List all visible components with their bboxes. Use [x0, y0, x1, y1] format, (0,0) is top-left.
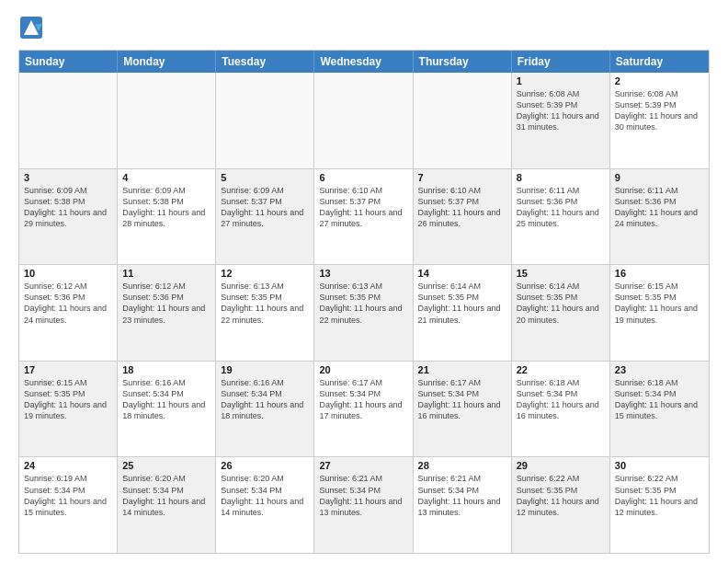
day-cell-14: 14Sunrise: 6:14 AM Sunset: 5:35 PM Dayli… — [414, 265, 512, 361]
calendar-header: SundayMondayTuesdayWednesdayThursdayFrid… — [19, 51, 709, 73]
day-number: 7 — [418, 172, 506, 183]
day-info: Sunrise: 6:18 AM Sunset: 5:34 PM Dayligh… — [517, 377, 605, 422]
day-number: 11 — [122, 268, 210, 279]
day-number: 6 — [319, 172, 407, 183]
day-cell-15: 15Sunrise: 6:14 AM Sunset: 5:35 PM Dayli… — [512, 265, 610, 361]
day-cell-13: 13Sunrise: 6:13 AM Sunset: 5:35 PM Dayli… — [314, 265, 413, 361]
empty-cell-0-3 — [314, 73, 413, 168]
day-number: 5 — [221, 172, 309, 183]
calendar-row-3: 10Sunrise: 6:12 AM Sunset: 5:36 PM Dayli… — [19, 265, 709, 362]
empty-cell-0-2 — [216, 73, 314, 168]
day-info: Sunrise: 6:17 AM Sunset: 5:34 PM Dayligh… — [319, 377, 407, 422]
day-number: 15 — [517, 268, 605, 279]
weekday-header-friday: Friday — [512, 51, 610, 73]
day-number: 26 — [221, 460, 309, 471]
day-cell-12: 12Sunrise: 6:13 AM Sunset: 5:35 PM Dayli… — [216, 265, 314, 361]
calendar-row-4: 17Sunrise: 6:15 AM Sunset: 5:35 PM Dayli… — [19, 362, 709, 458]
day-info: Sunrise: 6:22 AM Sunset: 5:35 PM Dayligh… — [615, 473, 704, 518]
day-number: 10 — [24, 268, 112, 279]
day-number: 20 — [319, 364, 407, 375]
day-number: 13 — [319, 268, 407, 279]
day-cell-3: 3Sunrise: 6:09 AM Sunset: 5:38 PM Daylig… — [19, 169, 118, 265]
day-info: Sunrise: 6:08 AM Sunset: 5:39 PM Dayligh… — [615, 88, 704, 133]
day-info: Sunrise: 6:13 AM Sunset: 5:35 PM Dayligh… — [221, 281, 309, 326]
calendar-row-5: 24Sunrise: 6:19 AM Sunset: 5:34 PM Dayli… — [19, 457, 709, 553]
day-info: Sunrise: 6:09 AM Sunset: 5:37 PM Dayligh… — [221, 185, 309, 230]
day-number: 9 — [615, 172, 704, 183]
day-info: Sunrise: 6:12 AM Sunset: 5:36 PM Dayligh… — [122, 281, 210, 326]
day-number: 28 — [418, 460, 506, 471]
day-info: Sunrise: 6:08 AM Sunset: 5:39 PM Dayligh… — [517, 88, 605, 133]
day-number: 4 — [122, 172, 210, 183]
empty-cell-0-0 — [19, 73, 118, 168]
day-number: 17 — [24, 364, 112, 375]
day-cell-19: 19Sunrise: 6:16 AM Sunset: 5:34 PM Dayli… — [216, 362, 314, 457]
day-info: Sunrise: 6:18 AM Sunset: 5:34 PM Dayligh… — [615, 377, 704, 422]
day-number: 12 — [221, 268, 309, 279]
day-cell-17: 17Sunrise: 6:15 AM Sunset: 5:35 PM Dayli… — [19, 362, 118, 457]
day-number: 27 — [319, 460, 407, 471]
day-number: 29 — [517, 460, 605, 471]
weekday-header-thursday: Thursday — [414, 51, 512, 73]
day-info: Sunrise: 6:14 AM Sunset: 5:35 PM Dayligh… — [418, 281, 506, 326]
day-info: Sunrise: 6:19 AM Sunset: 5:34 PM Dayligh… — [24, 473, 112, 518]
day-info: Sunrise: 6:10 AM Sunset: 5:37 PM Dayligh… — [319, 185, 407, 230]
day-info: Sunrise: 6:20 AM Sunset: 5:34 PM Dayligh… — [122, 473, 210, 518]
day-number: 21 — [418, 364, 506, 375]
day-cell-7: 7Sunrise: 6:10 AM Sunset: 5:37 PM Daylig… — [414, 169, 512, 265]
day-cell-4: 4Sunrise: 6:09 AM Sunset: 5:38 PM Daylig… — [118, 169, 216, 265]
day-number: 3 — [24, 172, 112, 183]
day-number: 25 — [122, 460, 210, 471]
weekday-header-wednesday: Wednesday — [314, 51, 413, 73]
day-cell-2: 2Sunrise: 6:08 AM Sunset: 5:39 PM Daylig… — [610, 73, 709, 168]
day-cell-11: 11Sunrise: 6:12 AM Sunset: 5:36 PM Dayli… — [118, 265, 216, 361]
calendar-row-2: 3Sunrise: 6:09 AM Sunset: 5:38 PM Daylig… — [19, 169, 709, 266]
day-cell-26: 26Sunrise: 6:20 AM Sunset: 5:34 PM Dayli… — [216, 457, 314, 553]
calendar-row-1: 1Sunrise: 6:08 AM Sunset: 5:39 PM Daylig… — [19, 73, 709, 169]
day-info: Sunrise: 6:13 AM Sunset: 5:35 PM Dayligh… — [319, 281, 407, 326]
day-cell-1: 1Sunrise: 6:08 AM Sunset: 5:39 PM Daylig… — [512, 73, 610, 168]
weekday-header-sunday: Sunday — [19, 51, 118, 73]
calendar-body: 1Sunrise: 6:08 AM Sunset: 5:39 PM Daylig… — [19, 73, 709, 553]
day-number: 14 — [418, 268, 506, 279]
day-number: 30 — [615, 460, 704, 471]
day-number: 16 — [615, 268, 704, 279]
logo-icon — [18, 15, 44, 40]
day-cell-27: 27Sunrise: 6:21 AM Sunset: 5:34 PM Dayli… — [314, 457, 413, 553]
day-number: 18 — [122, 364, 210, 375]
day-cell-18: 18Sunrise: 6:16 AM Sunset: 5:34 PM Dayli… — [118, 362, 216, 457]
day-info: Sunrise: 6:09 AM Sunset: 5:38 PM Dayligh… — [24, 185, 112, 230]
day-info: Sunrise: 6:12 AM Sunset: 5:36 PM Dayligh… — [24, 281, 112, 326]
day-info: Sunrise: 6:21 AM Sunset: 5:34 PM Dayligh… — [319, 473, 407, 518]
day-info: Sunrise: 6:16 AM Sunset: 5:34 PM Dayligh… — [122, 377, 210, 422]
day-cell-8: 8Sunrise: 6:11 AM Sunset: 5:36 PM Daylig… — [512, 169, 610, 265]
day-number: 1 — [517, 75, 605, 86]
day-info: Sunrise: 6:22 AM Sunset: 5:35 PM Dayligh… — [517, 473, 605, 518]
day-info: Sunrise: 6:11 AM Sunset: 5:36 PM Dayligh… — [615, 185, 704, 230]
day-number: 19 — [221, 364, 309, 375]
day-cell-22: 22Sunrise: 6:18 AM Sunset: 5:34 PM Dayli… — [512, 362, 610, 457]
day-info: Sunrise: 6:10 AM Sunset: 5:37 PM Dayligh… — [418, 185, 506, 230]
page: SundayMondayTuesdayWednesdayThursdayFrid… — [0, 0, 728, 563]
empty-cell-0-4 — [414, 73, 512, 168]
day-number: 8 — [517, 172, 605, 183]
day-cell-16: 16Sunrise: 6:15 AM Sunset: 5:35 PM Dayli… — [610, 265, 709, 361]
day-info: Sunrise: 6:14 AM Sunset: 5:35 PM Dayligh… — [517, 281, 605, 326]
day-number: 22 — [517, 364, 605, 375]
header — [18, 15, 710, 40]
day-number: 24 — [24, 460, 112, 471]
day-cell-6: 6Sunrise: 6:10 AM Sunset: 5:37 PM Daylig… — [314, 169, 413, 265]
day-cell-24: 24Sunrise: 6:19 AM Sunset: 5:34 PM Dayli… — [19, 457, 118, 553]
day-info: Sunrise: 6:21 AM Sunset: 5:34 PM Dayligh… — [418, 473, 506, 518]
day-info: Sunrise: 6:11 AM Sunset: 5:36 PM Dayligh… — [517, 185, 605, 230]
day-info: Sunrise: 6:20 AM Sunset: 5:34 PM Dayligh… — [221, 473, 309, 518]
day-cell-9: 9Sunrise: 6:11 AM Sunset: 5:36 PM Daylig… — [610, 169, 709, 265]
day-number: 23 — [615, 364, 704, 375]
weekday-header-saturday: Saturday — [610, 51, 709, 73]
weekday-header-tuesday: Tuesday — [216, 51, 314, 73]
day-number: 2 — [615, 75, 704, 86]
day-cell-25: 25Sunrise: 6:20 AM Sunset: 5:34 PM Dayli… — [118, 457, 216, 553]
day-cell-5: 5Sunrise: 6:09 AM Sunset: 5:37 PM Daylig… — [216, 169, 314, 265]
day-info: Sunrise: 6:15 AM Sunset: 5:35 PM Dayligh… — [615, 281, 704, 326]
day-cell-21: 21Sunrise: 6:17 AM Sunset: 5:34 PM Dayli… — [414, 362, 512, 457]
